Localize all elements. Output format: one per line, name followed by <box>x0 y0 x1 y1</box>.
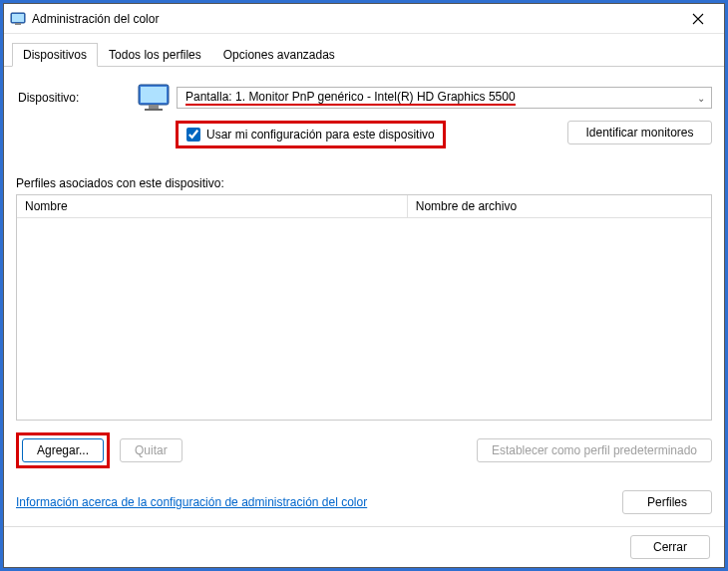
device-selected-text: Pantalla: 1. Monitor PnP genérico - Inte… <box>185 90 516 106</box>
color-management-info-link[interactable]: Información acerca de la configuración d… <box>16 495 367 509</box>
use-settings-label: Usar mi configuración para este disposit… <box>206 128 435 142</box>
svg-rect-2 <box>15 23 21 25</box>
close-button[interactable] <box>678 4 718 34</box>
set-default-button: Establecer como perfil predeterminado <box>477 438 712 462</box>
remove-button: Quitar <box>120 438 182 462</box>
app-icon <box>10 11 26 27</box>
close-dialog-button[interactable]: Cerrar <box>630 535 710 559</box>
svg-rect-5 <box>149 105 159 109</box>
add-button-highlight: Agregar... <box>16 432 110 468</box>
tab-strip: Dispositivos Todos los perfiles Opciones… <box>4 34 724 67</box>
identify-monitors-button[interactable]: Identificar monitores <box>567 121 712 144</box>
tab-devices[interactable]: Dispositivos <box>12 43 98 67</box>
svg-rect-4 <box>141 87 167 103</box>
use-settings-highlight: Usar mi configuración para este disposit… <box>176 121 446 148</box>
tab-advanced[interactable]: Opciones avanzadas <box>212 43 346 67</box>
svg-rect-1 <box>12 14 24 22</box>
titlebar: Administración del color <box>4 4 724 34</box>
dialog-footer: Cerrar <box>16 535 712 559</box>
use-settings-checkbox[interactable] <box>186 128 200 142</box>
color-management-window: Administración del color Dispositivos To… <box>3 3 725 568</box>
add-button[interactable]: Agregar... <box>22 438 104 462</box>
tab-content: Dispositivo: Pantalla: 1. Monitor PnP ge… <box>4 67 724 567</box>
device-select[interactable]: Pantalla: 1. Monitor PnP genérico - Inte… <box>177 87 712 109</box>
window-title: Administración del color <box>32 12 678 26</box>
profile-list[interactable]: Nombre Nombre de archivo <box>16 194 712 421</box>
divider <box>4 526 724 527</box>
device-label: Dispositivo: <box>16 91 131 105</box>
profile-list-header: Nombre Nombre de archivo <box>17 195 711 218</box>
chevron-down-icon: ⌄ <box>697 93 705 104</box>
col-header-file[interactable]: Nombre de archivo <box>408 195 711 217</box>
col-header-name[interactable]: Nombre <box>17 195 408 217</box>
tab-all-profiles[interactable]: Todos los perfiles <box>98 43 212 67</box>
use-settings-row: Usar mi configuración para este disposit… <box>16 121 712 148</box>
profiles-button[interactable]: Perfiles <box>622 490 712 514</box>
footer-links-row: Información acerca de la configuración d… <box>16 490 712 514</box>
profile-buttons-row: Agregar... Quitar Establecer como perfil… <box>16 432 712 468</box>
profiles-section-label: Perfiles asociados con este dispositivo: <box>16 176 712 190</box>
monitor-icon <box>137 83 171 113</box>
device-row: Dispositivo: Pantalla: 1. Monitor PnP ge… <box>16 83 712 113</box>
svg-rect-6 <box>145 109 163 111</box>
